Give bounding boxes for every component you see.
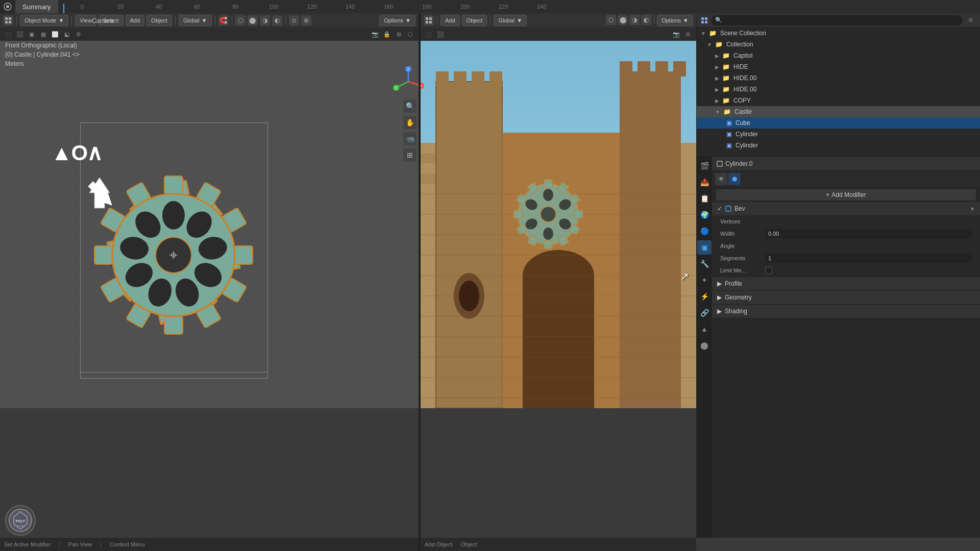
add-modifier-button[interactable]: + Add Modifier <box>716 189 976 201</box>
world-props-icon[interactable]: 🔵 <box>697 224 712 238</box>
prop-limit-method-row: Limit Me... <box>712 264 980 277</box>
object-menu[interactable]: Object <box>146 15 172 26</box>
svg-rect-56 <box>436 82 502 408</box>
svg-rect-65 <box>655 61 668 77</box>
right-editor-type-icon[interactable] <box>424 15 434 26</box>
armature-mode-icon[interactable]: ⬕ <box>62 29 72 39</box>
scene-props-icon[interactable]: 🌍 <box>697 208 712 222</box>
camera-label: Camera <box>92 17 114 24</box>
view-tab[interactable]: 👁 <box>715 173 727 185</box>
app-logo[interactable] <box>0 0 15 13</box>
material-icon[interactable]: ◑ <box>260 15 270 26</box>
outliner-scene-collection[interactable]: ▼ 📁 Scene Collection <box>697 28 980 39</box>
modifier-tab[interactable]: ⬢ <box>728 173 741 185</box>
output-props-icon[interactable]: 📤 <box>697 175 712 189</box>
right-add-menu[interactable]: Add <box>440 15 460 26</box>
split-divider <box>419 13 421 551</box>
grid-view-icon[interactable]: ⊞ <box>403 148 416 162</box>
gizmo-container: Z X Y <box>393 66 419 92</box>
svg-point-98 <box>543 228 553 240</box>
list-item[interactable]: ▣ Cylinder <box>697 129 980 140</box>
transform-dropdown[interactable]: Global ▼ <box>179 15 212 26</box>
physics-props-icon[interactable]: ⚡ <box>697 289 712 304</box>
list-item[interactable]: ▣ Cylinder <box>697 140 980 151</box>
options-button[interactable]: Options ▼ <box>379 15 415 26</box>
aon-logo: ▲O∧ <box>51 140 102 165</box>
filter-icon[interactable]: ⚙ <box>74 29 84 39</box>
object-props-icon[interactable]: ▣ <box>697 240 712 255</box>
right-transform-dropdown[interactable]: Global▼ <box>494 15 527 26</box>
shading-header[interactable]: ▶ Shading <box>712 305 980 318</box>
outliner-filter-icon[interactable]: ⚙ <box>966 15 976 26</box>
meta-mode-icon[interactable]: ▦ <box>38 29 48 39</box>
right-mesh-icon[interactable]: ⬚ <box>424 29 434 39</box>
xray-icon[interactable]: ⊕ <box>301 15 311 26</box>
prop-angle-row: Angle <box>712 240 980 252</box>
bevel-header[interactable]: ✓ Bev ▼ <box>712 202 980 215</box>
lock-icon[interactable]: 🔒 <box>382 29 392 39</box>
mesh-mode-icon[interactable]: ⬚ <box>3 29 13 39</box>
font-mode-icon[interactable]: ⬜ <box>50 29 60 39</box>
list-item[interactable]: ▶ 📁 HIDE <box>697 61 980 72</box>
bevel-icon <box>725 206 731 212</box>
list-item[interactable]: ▶ 📁 HIDE.00 <box>697 84 980 95</box>
width-value[interactable]: 0.00 <box>765 229 972 238</box>
material-props-icon[interactable]: ⬤ <box>697 338 712 353</box>
limit-checkbox[interactable] <box>765 267 772 274</box>
right-wireframe-icon[interactable]: ⬡ <box>606 15 616 25</box>
cursor-arrow: ↗ <box>680 270 689 283</box>
data-props-icon[interactable]: ▲ <box>697 322 712 336</box>
overlay-icon[interactable]: ⊙ <box>289 15 299 26</box>
outliner-panel: 🔍 ⚙ ▼ 📁 Scene Collection ▼ 📁 Collection … <box>696 13 980 156</box>
list-item[interactable]: ▼ 📁 Castle <box>697 106 980 117</box>
prop-segments-row: Segments 1 <box>712 252 980 264</box>
wireframe-icon[interactable]: ⬡ <box>235 15 246 26</box>
segments-value[interactable]: 1 <box>765 254 972 263</box>
list-item[interactable]: ▣ Cube <box>697 117 980 129</box>
profile-header[interactable]: ▶ Profile <box>712 277 980 290</box>
grid-icon[interactable]: ⊞ <box>394 29 404 39</box>
camera-view-icon[interactable]: 📷 <box>370 29 380 39</box>
modifier-props-icon[interactable]: 🔧 <box>697 257 712 271</box>
summary-tab[interactable]: Summary <box>15 0 58 13</box>
constraints-props-icon[interactable]: 🔗 <box>697 306 712 320</box>
geometry-header[interactable]: ▶ Geometry <box>712 291 980 304</box>
right-filter-icon[interactable]: ⚙ <box>683 29 693 39</box>
rendered-icon[interactable]: ◐ <box>272 15 282 26</box>
right-view-icon[interactable]: ⬛ <box>435 29 446 39</box>
view-layer-props-icon[interactable]: 📋 <box>697 191 712 206</box>
right-camera-icon[interactable]: 📷 <box>671 29 681 39</box>
particles-props-icon[interactable]: ✦ <box>697 273 712 287</box>
surface-mode-icon[interactable]: ▣ <box>27 29 37 39</box>
list-item[interactable]: ▼ 📁 Collection <box>697 39 980 50</box>
object-mode-dropdown[interactable]: Object Mode ▼ <box>20 15 68 26</box>
pan-icon[interactable]: ✋ <box>403 116 416 129</box>
shading-section: ▶ Shading <box>712 305 980 318</box>
separator <box>16 16 17 25</box>
left-toolbar: Object Mode ▼ View Select Add Object Glo… <box>0 13 419 28</box>
outliner-search[interactable]: 🔍 <box>711 15 963 26</box>
svg-rect-108 <box>726 206 731 211</box>
right-options-button[interactable]: Options▼ <box>657 15 693 26</box>
filter2-icon[interactable]: ⬡ <box>405 29 415 39</box>
timeline-area[interactable]: 0 20 40 60 80 100 120 140 160 180 200 22… <box>58 0 980 13</box>
prop-vertices-row: Vertices <box>712 215 980 228</box>
right-material-icon[interactable]: ◑ <box>629 15 640 25</box>
render-props-icon[interactable]: 🎬 <box>697 159 712 173</box>
list-item[interactable]: ▶ 📁 Capitol <box>697 50 980 61</box>
editor-type-icon[interactable] <box>3 15 13 26</box>
snap-icon[interactable]: 🧲 <box>218 15 229 26</box>
right-rendered-icon[interactable]: ◐ <box>641 15 651 25</box>
camera-icon[interactable]: 📹 <box>403 132 416 145</box>
list-item[interactable]: ▶ 📁 HIDE.00 <box>697 72 980 84</box>
svg-rect-5 <box>9 21 11 23</box>
list-item[interactable]: ▶ 📁 COPY <box>697 95 980 106</box>
right-object-menu[interactable]: Object <box>462 15 487 26</box>
solid-icon[interactable]: ⬤ <box>248 15 258 26</box>
left-icon-strip: ⬚ ⬛ ▣ ▦ ⬜ ⬕ ⚙ 📷 🔒 ⊞ ⬡ <box>0 28 419 41</box>
add-menu[interactable]: Add <box>126 15 145 26</box>
right-solid-icon[interactable]: ⬤ <box>618 15 628 25</box>
polyroad-logo: POLY ROAD <box>5 505 36 536</box>
curve-mode-icon[interactable]: ⬛ <box>15 29 25 39</box>
zoom-to-fit-icon[interactable]: 🔍 <box>403 99 416 113</box>
